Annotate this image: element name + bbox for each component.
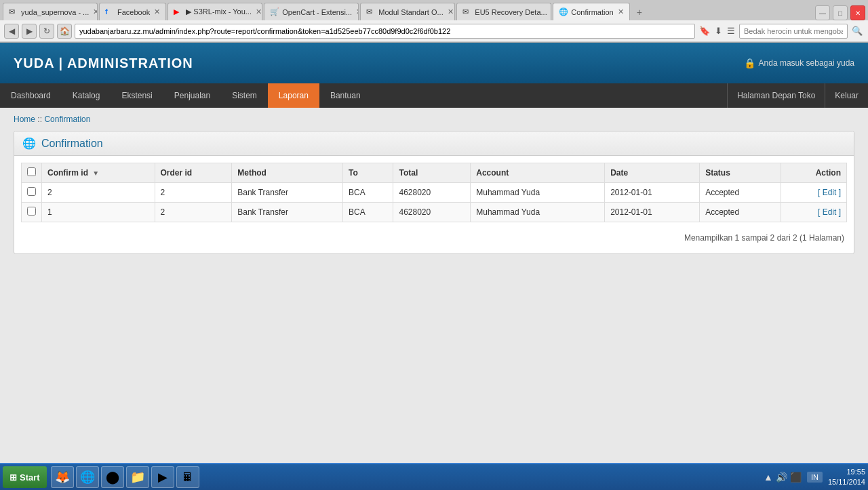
- clock-time: 19:55: [828, 467, 865, 477]
- taskbar-chrome[interactable]: ⬤: [101, 466, 124, 488]
- panel-body: Confirm id ▼ Order id Method To: [14, 156, 854, 253]
- taskbar-media[interactable]: ▶: [151, 466, 174, 488]
- download-icon[interactable]: ⬇: [713, 24, 724, 37]
- tab-3-icon: ▶: [174, 7, 183, 17]
- tab-5[interactable]: ✉ Modul Standart O... ✕: [360, 3, 455, 20]
- nav-dashboard[interactable]: Dashboard: [0, 83, 62, 108]
- tab-4-close[interactable]: ✕: [356, 7, 359, 16]
- taskbar-firefox[interactable]: 🦊: [51, 466, 74, 488]
- address-input[interactable]: [75, 24, 695, 39]
- minimize-button[interactable]: —: [815, 5, 830, 20]
- admin-logo: YUDA | ADMINISTRATION: [14, 56, 193, 71]
- panel-header: 🌐 Confirmation: [14, 131, 854, 156]
- nav-sistem[interactable]: Sistem: [221, 83, 268, 108]
- start-button[interactable]: ⊞ Start: [3, 466, 47, 488]
- tab-3-close[interactable]: ✕: [256, 7, 262, 16]
- row-checkbox-1[interactable]: [27, 207, 36, 216]
- address-bar-row: ◀ ▶ ↻ 🏠 🔖 ⬇ ☰ 🔍: [0, 20, 868, 42]
- close-browser-button[interactable]: ✕: [850, 5, 865, 20]
- tab-3[interactable]: ▶ ▶ S3RL-mix - You... ✕: [167, 3, 262, 20]
- volume-icon: 🔊: [776, 472, 787, 483]
- tab-7-close[interactable]: ✕: [618, 7, 624, 16]
- network-icon: ▲: [764, 472, 773, 483]
- nav-penjualan[interactable]: Penjualan: [163, 83, 221, 108]
- tab-4[interactable]: 🛒 OpenCart - Extensi... ✕: [264, 3, 359, 20]
- row-confirm-id: 2: [42, 183, 155, 203]
- th-confirm-id-label: Confirm id: [47, 168, 88, 178]
- th-checkbox: [22, 163, 42, 183]
- nav-katalog[interactable]: Katalog: [62, 83, 111, 108]
- nav-ekstensi[interactable]: Ekstensi: [111, 83, 163, 108]
- th-status[interactable]: Status: [700, 163, 781, 183]
- th-account-label: Account: [476, 168, 509, 178]
- windows-icon: ⊞: [9, 472, 17, 483]
- search-icon[interactable]: 🔍: [850, 24, 864, 37]
- tab-6-close[interactable]: ✕: [551, 7, 552, 16]
- tab-6-label: EU5 Recovery Deta...: [475, 8, 547, 16]
- nav-laporan[interactable]: Laporan: [268, 83, 319, 108]
- th-date[interactable]: Date: [605, 163, 700, 183]
- row-date: 2012-01-01: [605, 183, 700, 203]
- th-date-label: Date: [610, 168, 628, 178]
- row-to: BCA: [343, 203, 393, 222]
- tab-7[interactable]: 🌐 Confirmation ✕: [553, 3, 629, 20]
- tab-7-label: Confirmation: [571, 8, 613, 16]
- row-total: 4628020: [393, 183, 471, 203]
- th-method[interactable]: Method: [232, 163, 343, 183]
- th-order-id-label: Order id: [161, 168, 193, 178]
- row-date: 2012-01-01: [605, 203, 700, 222]
- select-all-checkbox[interactable]: [27, 167, 36, 176]
- home-button[interactable]: 🏠: [57, 24, 72, 39]
- tab-2-close[interactable]: ✕: [154, 7, 160, 16]
- taskbar: ⊞ Start 🦊 🌐 ⬤ 📁 ▶ 🖩 ▲ 🔊 ⬛ IN 19:55 15/11…: [0, 463, 868, 490]
- tab-5-icon: ✉: [366, 7, 376, 17]
- panel-title: Confirmation: [41, 138, 103, 150]
- taskbar-apps: 🦊 🌐 ⬤ 📁 ▶ 🖩: [51, 466, 199, 488]
- th-total[interactable]: Total: [393, 163, 471, 183]
- taskbar-calc[interactable]: 🖩: [176, 466, 199, 488]
- new-tab-button[interactable]: +: [631, 4, 648, 20]
- forward-button[interactable]: ▶: [22, 24, 37, 39]
- row-checkbox-0[interactable]: [27, 187, 36, 196]
- bookmark-icon[interactable]: 🔖: [698, 24, 711, 37]
- breadcrumb: Home :: Confirmation: [14, 115, 854, 124]
- tab-7-icon: 🌐: [559, 7, 568, 17]
- browser-search-input[interactable]: [739, 24, 848, 39]
- row-action: [ Edit ]: [781, 183, 846, 203]
- breadcrumb-current[interactable]: Confirmation: [44, 115, 90, 124]
- edit-link-0[interactable]: [ Edit ]: [818, 188, 841, 197]
- tab-5-close[interactable]: ✕: [448, 7, 454, 16]
- th-to[interactable]: To: [343, 163, 393, 183]
- row-to: BCA: [343, 183, 393, 203]
- th-account[interactable]: Account: [471, 163, 605, 183]
- th-to-label: To: [349, 168, 358, 178]
- clock-date: 15/11/2014: [828, 477, 865, 487]
- row-method: Bank Transfer: [232, 203, 343, 222]
- taskbar-ie[interactable]: 🌐: [76, 466, 99, 488]
- nav-keluar[interactable]: Keluar: [825, 83, 868, 108]
- tab-6[interactable]: ✉ EU5 Recovery Deta... ✕: [456, 3, 551, 20]
- table-row: 1 2 Bank Transfer BCA 4628020 Muhammad Y…: [22, 203, 847, 222]
- row-status: Accepted: [700, 203, 781, 222]
- row-checkbox-cell: [22, 203, 42, 222]
- browser-toolbar: 🔖 ⬇ ☰: [698, 24, 736, 37]
- nav-halaman-depan[interactable]: Halaman Depan Toko: [727, 83, 825, 108]
- back-button[interactable]: ◀: [4, 24, 19, 39]
- nav-bantuan[interactable]: Bantuan: [319, 83, 372, 108]
- tab-1[interactable]: ✉ yuda_supernova - ... ✕: [3, 3, 98, 20]
- taskbar-folder[interactable]: 📁: [126, 466, 149, 488]
- browser-chrome: ✉ yuda_supernova - ... ✕ f Facebook ✕ ▶ …: [0, 0, 868, 43]
- th-confirm-id[interactable]: Confirm id ▼: [42, 163, 155, 183]
- language-indicator[interactable]: IN: [807, 472, 823, 483]
- admin-header: YUDA | ADMINISTRATION 🔒 Anda masuk sebag…: [0, 43, 868, 83]
- tab-2[interactable]: f Facebook ✕: [99, 3, 166, 20]
- tab-1-close[interactable]: ✕: [93, 7, 98, 16]
- main-nav: Dashboard Katalog Ekstensi Penjualan Sis…: [0, 83, 868, 108]
- reload-button[interactable]: ↻: [39, 24, 54, 39]
- menu-icon[interactable]: ☰: [726, 24, 736, 37]
- breadcrumb-home[interactable]: Home: [14, 115, 35, 124]
- maximize-button[interactable]: □: [833, 5, 848, 20]
- th-order-id[interactable]: Order id: [155, 163, 232, 183]
- edit-link-1[interactable]: [ Edit ]: [818, 207, 841, 217]
- start-label: Start: [20, 472, 40, 483]
